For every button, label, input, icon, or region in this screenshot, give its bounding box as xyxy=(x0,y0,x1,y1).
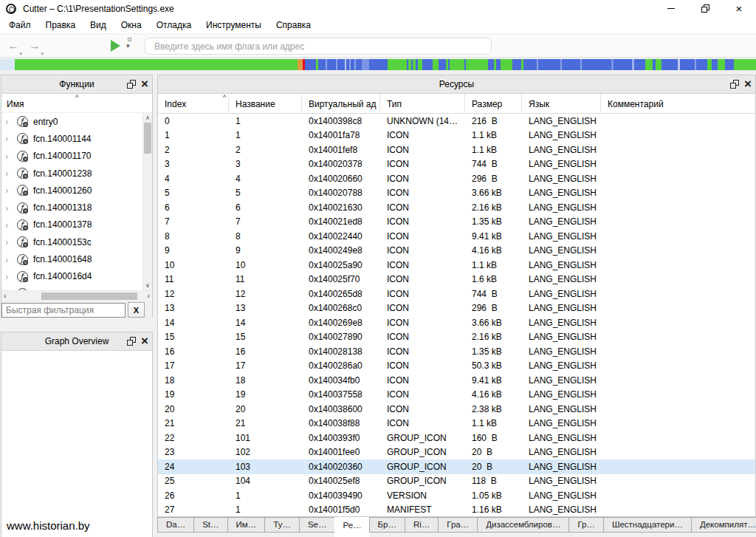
scroll-up-icon[interactable]: ∧ xyxy=(143,114,152,121)
table-row[interactable]: 660x140021630ICON2.16 kBLANG_ENGLISH xyxy=(158,200,755,215)
chevron-right-icon[interactable]: › xyxy=(5,185,16,195)
menu-item-6[interactable]: Справка xyxy=(269,18,318,33)
table-row[interactable]: 220x14001fef8ICON1.1 kBLANG_ENGLISH xyxy=(158,143,755,157)
table-row[interactable]: 990x1400249e8ICON4.16 kBLANG_ENGLISH xyxy=(158,244,755,259)
forward-button[interactable]: → ▾ xyxy=(27,39,43,52)
chevron-right-icon[interactable]: › xyxy=(5,255,16,264)
menu-item-5[interactable]: Инструменты xyxy=(199,18,269,33)
scroll-right-icon[interactable]: › xyxy=(147,291,150,301)
chevron-right-icon[interactable]: › xyxy=(5,117,16,126)
debug-play-button[interactable] xyxy=(111,40,120,52)
function-list-item[interactable]: ›ƒxfcn.1400016d4 xyxy=(1,268,142,285)
chevron-right-icon[interactable]: › xyxy=(5,220,16,230)
chevron-right-icon[interactable]: › xyxy=(5,272,16,281)
table-row[interactable]: 10100x140025a90ICON1.1 kBLANG_ENGLISH xyxy=(158,258,755,273)
close-panel-icon[interactable]: × xyxy=(744,78,752,90)
table-row[interactable]: 14140x1400269e8ICON3.66 kBLANG_ENGLISH xyxy=(158,315,755,330)
table-row[interactable]: 330x140020378ICON744 BLANG_ENGLISH xyxy=(158,157,755,172)
function-list-item[interactable]: ›ƒxentry0 xyxy=(1,113,142,130)
table-row[interactable]: 17170x1400286a0ICON50.3 kBLANG_ENGLISH xyxy=(158,359,755,374)
function-list-item[interactable]: ›ƒxfcn.140001648 xyxy=(1,250,142,267)
function-list-item[interactable]: ›ƒxfcn.140001144 xyxy=(1,130,142,147)
chevron-right-icon[interactable]: › xyxy=(5,151,16,161)
table-row[interactable]: 15150x140027890ICON2.16 kBLANG_ENGLISH xyxy=(158,330,755,345)
function-list-item[interactable]: ›ƒxfcn.140001378 xyxy=(1,216,142,233)
table-row[interactable]: 231020x14001fee0GROUP_ICON20 BLANG_ENGLI… xyxy=(158,445,755,460)
float-panel-icon[interactable] xyxy=(127,337,136,346)
column-header-1[interactable]: Название xyxy=(229,94,302,113)
column-header-3[interactable]: Тип xyxy=(380,94,465,113)
functions-horizontal-scrollbar[interactable]: ‹ › xyxy=(1,290,152,301)
minimize-button[interactable] xyxy=(654,0,688,17)
graph-overview-titlebar[interactable]: Graph Overview × xyxy=(1,332,152,351)
table-row[interactable]: 221010x1400393f0GROUP_ICON160 BLANG_ENGL… xyxy=(158,431,755,445)
chevron-right-icon[interactable]: › xyxy=(5,237,16,247)
menu-item-4[interactable]: Отладка xyxy=(149,18,199,33)
menu-item-3[interactable]: Окна xyxy=(114,18,149,33)
table-row-selected[interactable]: 241030x140020360GROUP_ICON20 BLANG_ENGLI… xyxy=(158,459,755,474)
table-row[interactable]: 12120x1400265d8ICON744 BLANG_ENGLISH xyxy=(158,287,755,301)
table-row[interactable]: 440x140020660ICON296 BLANG_ENGLISH xyxy=(158,171,755,186)
tab-12[interactable]: Декомпилят… xyxy=(691,517,756,533)
function-list-item[interactable]: ›ƒxfcn.14000153c xyxy=(1,233,142,250)
function-list-item[interactable]: ›ƒxfcn.140001948 xyxy=(1,285,142,290)
seekbar[interactable] xyxy=(0,59,756,70)
functions-name-column-header[interactable]: ^ Имя xyxy=(1,94,152,113)
debug-dropdown-icon[interactable]: ▾ xyxy=(126,42,130,49)
tab-3[interactable]: Ту… xyxy=(264,517,300,533)
tab-11[interactable]: Шестнадцатери… xyxy=(603,517,692,533)
clear-filter-button[interactable]: X xyxy=(128,302,145,318)
tab-9[interactable]: Дизассемблиров… xyxy=(477,517,569,533)
chevron-right-icon[interactable]: › xyxy=(5,134,16,143)
scroll-down-icon[interactable]: ∨ xyxy=(143,282,152,289)
column-header-2[interactable]: Виртуальный ад xyxy=(302,94,380,113)
float-panel-icon[interactable] xyxy=(127,80,136,89)
back-button[interactable]: ← ▾ xyxy=(5,39,21,52)
function-list-item[interactable]: ›ƒxfcn.140001238 xyxy=(1,165,142,182)
table-row[interactable]: 2710x14001f5d0MANIFEST1.16 kBLANG_ENGLIS… xyxy=(158,503,755,517)
chevron-right-icon[interactable]: › xyxy=(5,203,16,213)
float-panel-icon[interactable] xyxy=(730,80,739,89)
table-row[interactable]: 010x1400398c8UNKNOWN (14…216 BLANG_ENGLI… xyxy=(158,114,755,129)
flag-address-search-input[interactable] xyxy=(145,38,492,55)
column-header-4[interactable]: Размер xyxy=(465,94,522,113)
scroll-left-icon[interactable]: ‹ xyxy=(4,291,7,301)
table-row[interactable]: 770x140021ed8ICON1.35 kBLANG_ENGLISH xyxy=(158,215,755,230)
table-row[interactable]: 110x14001fa78ICON1.1 kBLANG_ENGLISH xyxy=(158,129,755,143)
tab-5[interactable]: Ре… xyxy=(334,517,369,537)
window-titlebar[interactable]: Cutter – C:\1\PresentationSettings.exe × xyxy=(0,0,756,17)
tab-7[interactable]: Ri… xyxy=(405,517,439,533)
tab-8[interactable]: Гра… xyxy=(438,517,478,533)
function-list-item[interactable]: ›ƒxfcn.140001318 xyxy=(1,199,142,216)
table-row[interactable]: 18180x140034fb0ICON9.41 kBLANG_ENGLISH xyxy=(158,373,755,388)
horizontal-scroll-thumb[interactable] xyxy=(41,293,137,300)
table-row[interactable]: 11110x140025f70ICON1.6 kBLANG_ENGLISH xyxy=(158,273,755,287)
table-row[interactable]: 13130x1400268c0ICON296 BLANG_ENGLISH xyxy=(158,301,755,316)
tab-10[interactable]: Гр… xyxy=(568,517,603,533)
chevron-right-icon[interactable]: › xyxy=(5,168,16,178)
functions-vertical-scrollbar[interactable]: ∧ ∨ xyxy=(142,113,152,290)
tab-2[interactable]: Им… xyxy=(227,517,266,533)
close-panel-icon[interactable]: × xyxy=(141,335,148,347)
close-button[interactable]: × xyxy=(722,0,756,17)
table-row[interactable]: 2610x140039490VERSION1.05 kBLANG_ENGLISH xyxy=(158,488,755,503)
restore-button[interactable] xyxy=(688,0,722,17)
table-row[interactable]: 550x140020788ICON3.66 kBLANG_ENGLISH xyxy=(158,186,755,201)
menu-item-0[interactable]: Файл xyxy=(1,18,38,33)
resources-panel-titlebar[interactable]: Ресурсы × xyxy=(158,75,755,94)
functions-panel-titlebar[interactable]: Функции × xyxy=(1,75,152,94)
menu-item-1[interactable]: Правка xyxy=(38,18,83,33)
column-header-5[interactable]: Язык xyxy=(522,94,601,113)
function-list-item[interactable]: ›ƒxfcn.140001170 xyxy=(1,148,142,165)
quick-filter-input[interactable] xyxy=(1,303,126,318)
menu-item-2[interactable]: Вид xyxy=(83,18,114,33)
table-row[interactable]: 16160x140028138ICON1.35 kBLANG_ENGLISH xyxy=(158,344,755,359)
table-row[interactable]: 251040x140025ef8GROUP_ICON118 BLANG_ENGL… xyxy=(158,474,755,489)
close-panel-icon[interactable]: × xyxy=(141,78,148,90)
tab-6[interactable]: Бр… xyxy=(369,517,405,533)
vertical-scroll-thumb[interactable] xyxy=(144,123,151,154)
tab-1[interactable]: St… xyxy=(193,517,227,533)
tab-4[interactable]: Se… xyxy=(299,517,336,533)
column-header-0[interactable]: ^Index xyxy=(158,94,229,113)
table-row[interactable]: 20200x140038600ICON2.38 kBLANG_ENGLISH xyxy=(158,402,755,417)
